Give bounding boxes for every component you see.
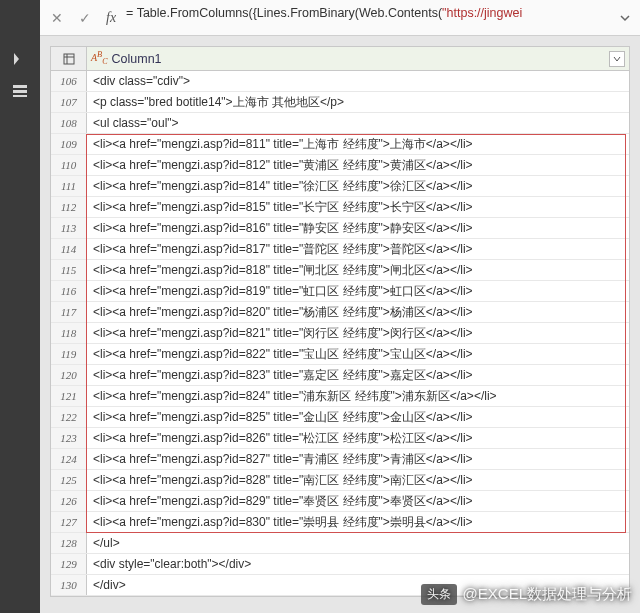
svg-rect-0: [13, 85, 27, 88]
cell[interactable]: <li><a href="mengzi.asp?id=829" title="奉…: [87, 491, 629, 511]
table-row[interactable]: 118<li><a href="mengzi.asp?id=821" title…: [51, 323, 629, 344]
table-row[interactable]: 109<li><a href="mengzi.asp?id=811" title…: [51, 134, 629, 155]
table-row[interactable]: 123<li><a href="mengzi.asp?id=826" title…: [51, 428, 629, 449]
cell[interactable]: <li><a href="mengzi.asp?id=821" title="闵…: [87, 323, 629, 343]
table-row[interactable]: 116<li><a href="mengzi.asp?id=819" title…: [51, 281, 629, 302]
row-number[interactable]: 126: [51, 491, 87, 511]
row-number[interactable]: 114: [51, 239, 87, 259]
table-row[interactable]: 113<li><a href="mengzi.asp?id=816" title…: [51, 218, 629, 239]
fx-icon[interactable]: fx: [106, 10, 116, 26]
row-number[interactable]: 121: [51, 386, 87, 406]
table-row[interactable]: 124<li><a href="mengzi.asp?id=827" title…: [51, 449, 629, 470]
table-row[interactable]: 106<div class="cdiv">: [51, 71, 629, 92]
formula-input[interactable]: = Table.FromColumns({Lines.FromBinary(We…: [126, 6, 610, 30]
row-number[interactable]: 118: [51, 323, 87, 343]
cell[interactable]: <li><a href="mengzi.asp?id=811" title="上…: [87, 134, 629, 154]
cell[interactable]: <p class="bred botitle14">上海市 其他地区</p>: [87, 92, 629, 112]
row-number[interactable]: 116: [51, 281, 87, 301]
cell[interactable]: <li><a href="mengzi.asp?id=814" title="徐…: [87, 176, 629, 196]
table-row[interactable]: 126<li><a href="mengzi.asp?id=829" title…: [51, 491, 629, 512]
row-number[interactable]: 109: [51, 134, 87, 154]
expand-formula-icon[interactable]: [616, 9, 634, 27]
table-row[interactable]: 125<li><a href="mengzi.asp?id=828" title…: [51, 470, 629, 491]
cell[interactable]: </ul>: [87, 533, 629, 553]
table-row[interactable]: 107<p class="bred botitle14">上海市 其他地区</p…: [51, 92, 629, 113]
cell[interactable]: <li><a href="mengzi.asp?id=818" title="闸…: [87, 260, 629, 280]
row-number[interactable]: 117: [51, 302, 87, 322]
formula-bar: ✕ ✓ fx = Table.FromColumns({Lines.FromBi…: [40, 0, 640, 36]
row-number[interactable]: 108: [51, 113, 87, 133]
table-row[interactable]: 111<li><a href="mengzi.asp?id=814" title…: [51, 176, 629, 197]
table-row[interactable]: 120<li><a href="mengzi.asp?id=823" title…: [51, 365, 629, 386]
row-number[interactable]: 129: [51, 554, 87, 574]
row-number[interactable]: 120: [51, 365, 87, 385]
cell[interactable]: <li><a href="mengzi.asp?id=819" title="虹…: [87, 281, 629, 301]
cell[interactable]: <li><a href="mengzi.asp?id=823" title="嘉…: [87, 365, 629, 385]
table-row[interactable]: 114<li><a href="mengzi.asp?id=817" title…: [51, 239, 629, 260]
row-number[interactable]: 124: [51, 449, 87, 469]
table-row[interactable]: 115<li><a href="mengzi.asp?id=818" title…: [51, 260, 629, 281]
table-row[interactable]: 119<li><a href="mengzi.asp?id=822" title…: [51, 344, 629, 365]
svg-rect-3: [64, 54, 74, 64]
left-toolbar: [0, 0, 40, 613]
cell[interactable]: <div class="cdiv">: [87, 71, 629, 91]
cell[interactable]: <li><a href="mengzi.asp?id=828" title="南…: [87, 470, 629, 490]
table-row[interactable]: 112<li><a href="mengzi.asp?id=815" title…: [51, 197, 629, 218]
table-row[interactable]: 128</ul>: [51, 533, 629, 554]
row-number[interactable]: 112: [51, 197, 87, 217]
cell[interactable]: <div style="clear:both"></div>: [87, 554, 629, 574]
table-row[interactable]: 117<li><a href="mengzi.asp?id=820" title…: [51, 302, 629, 323]
data-grid: ABC Column1 106<div class="cdiv">107<p c…: [50, 46, 630, 597]
cell[interactable]: <li><a href="mengzi.asp?id=817" title="普…: [87, 239, 629, 259]
svg-rect-1: [13, 90, 27, 93]
queries-icon[interactable]: [12, 83, 28, 102]
row-number[interactable]: 106: [51, 71, 87, 91]
table-row[interactable]: 122<li><a href="mengzi.asp?id=825" title…: [51, 407, 629, 428]
row-number[interactable]: 107: [51, 92, 87, 112]
cell[interactable]: <li><a href="mengzi.asp?id=827" title="青…: [87, 449, 629, 469]
row-number[interactable]: 110: [51, 155, 87, 175]
cell[interactable]: <li><a href="mengzi.asp?id=824" title="浦…: [87, 386, 629, 406]
table-row[interactable]: 127<li><a href="mengzi.asp?id=830" title…: [51, 512, 629, 533]
cell[interactable]: <li><a href="mengzi.asp?id=815" title="长…: [87, 197, 629, 217]
column-type-icon: ABC: [91, 50, 108, 66]
row-number[interactable]: 123: [51, 428, 87, 448]
cell[interactable]: <li><a href="mengzi.asp?id=830" title="崇…: [87, 512, 629, 532]
column-filter-dropdown[interactable]: [609, 51, 625, 67]
watermark: 头条 @EXCEL数据处理与分析: [421, 584, 632, 605]
cell[interactable]: <li><a href="mengzi.asp?id=822" title="宝…: [87, 344, 629, 364]
confirm-icon[interactable]: ✓: [74, 7, 96, 29]
row-number[interactable]: 125: [51, 470, 87, 490]
table-row[interactable]: 108<ul class="oul">: [51, 113, 629, 134]
column-name: Column1: [112, 52, 162, 66]
close-panel-icon[interactable]: [13, 52, 27, 69]
row-number[interactable]: 127: [51, 512, 87, 532]
row-number[interactable]: 111: [51, 176, 87, 196]
table-row[interactable]: 129<div style="clear:both"></div>: [51, 554, 629, 575]
cell[interactable]: <li><a href="mengzi.asp?id=825" title="金…: [87, 407, 629, 427]
table-row[interactable]: 110<li><a href="mengzi.asp?id=812" title…: [51, 155, 629, 176]
cell[interactable]: <li><a href="mengzi.asp?id=820" title="杨…: [87, 302, 629, 322]
row-number[interactable]: 119: [51, 344, 87, 364]
cell[interactable]: <ul class="oul">: [87, 113, 629, 133]
cell[interactable]: <li><a href="mengzi.asp?id=826" title="松…: [87, 428, 629, 448]
row-number[interactable]: 128: [51, 533, 87, 553]
table-row[interactable]: 121<li><a href="mengzi.asp?id=824" title…: [51, 386, 629, 407]
row-number[interactable]: 113: [51, 218, 87, 238]
table-corner-icon[interactable]: [51, 47, 87, 70]
cancel-icon[interactable]: ✕: [46, 7, 68, 29]
row-number[interactable]: 130: [51, 575, 87, 595]
column-header[interactable]: ABC Column1: [87, 47, 629, 70]
cell[interactable]: <li><a href="mengzi.asp?id=816" title="静…: [87, 218, 629, 238]
row-number[interactable]: 122: [51, 407, 87, 427]
row-number[interactable]: 115: [51, 260, 87, 280]
cell[interactable]: <li><a href="mengzi.asp?id=812" title="黄…: [87, 155, 629, 175]
svg-rect-2: [13, 95, 27, 97]
